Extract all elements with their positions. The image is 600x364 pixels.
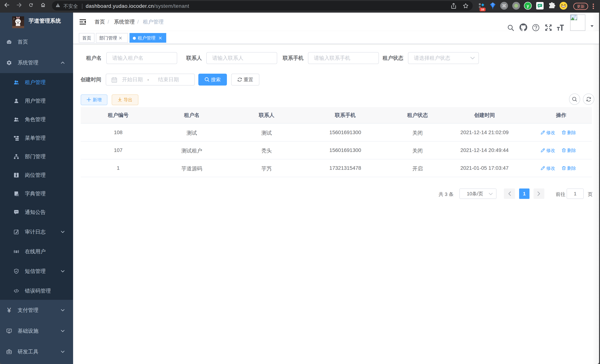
- svg-text:⌘: ⌘: [502, 3, 506, 8]
- svg-text:y: y: [527, 3, 529, 8]
